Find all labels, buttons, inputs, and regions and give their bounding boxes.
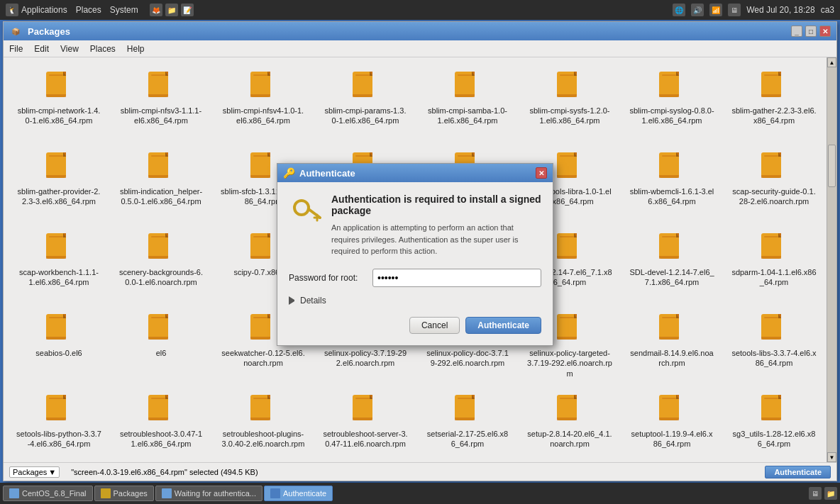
svg-rect-29 xyxy=(557,94,577,97)
auth-close-button[interactable]: ✕ xyxy=(536,167,547,179)
file-item[interactable]: sblim-gather-2.2.3-3.el6.x86_64.rpm xyxy=(724,63,824,141)
file-item[interactable]: sblim-cmpi-sysfs-1.2.0-1.el6.x86_64.rpm xyxy=(520,63,619,141)
file-item[interactable]: sblim-cmpi-network-1.4.0-1.el6.x86_64.rp… xyxy=(9,63,109,141)
file-item[interactable]: sblim-cmpi-params-1.3.0-1.el6.x86_64.rpm xyxy=(316,63,415,141)
scrollbar-thumb[interactable] xyxy=(828,145,836,187)
file-item[interactable]: sblim-cmpi-samba-1.0-1.el6.x86_64.rpm xyxy=(418,63,517,141)
taskbar-item-0[interactable]: CentOS_6.8_Final xyxy=(3,486,93,501)
menu-edit[interactable]: Edit xyxy=(34,44,49,54)
menu-help[interactable]: Help xyxy=(127,44,145,54)
menu-system[interactable]: System xyxy=(110,5,138,15)
taskbar-icon-2 xyxy=(162,488,172,498)
taskbar-right-icon-2[interactable]: 📁 xyxy=(824,487,837,500)
svg-rect-11 xyxy=(253,74,267,76)
svg-rect-31 xyxy=(662,74,676,76)
file-item[interactable]: sblim-cmpi-nfsv4-1.0-1.el6.x86_64.rpm xyxy=(214,63,313,141)
file-item[interactable]: sendmail-8.14.9.el6.noarch.rpm xyxy=(622,306,722,383)
file-item[interactable]: sg3_utils-1.28-12.el6.x86_64.rpm xyxy=(724,386,824,462)
details-label: Details xyxy=(300,296,326,306)
file-icon xyxy=(553,311,587,345)
menu-applications[interactable]: Applications xyxy=(21,5,67,15)
file-item[interactable]: SDL-devel-1.2.14-7.el6_7.1.x86_64.rpm xyxy=(622,225,722,303)
taskbar-item-2[interactable]: Waiting for authentica... xyxy=(155,486,262,501)
file-icon xyxy=(757,150,791,184)
menu-view[interactable]: View xyxy=(60,44,79,54)
file-item[interactable]: setserial-2.17-25.el6.x86_64.rpm xyxy=(418,386,517,462)
file-item[interactable]: setools-libs-3.3.7-4.el6.x86_64.rpm xyxy=(724,306,824,383)
window-title: Packages xyxy=(28,26,70,37)
file-item[interactable]: sblim-wbemcli-1.6.1-3.el6.x86_64.rpm xyxy=(622,144,722,222)
minimize-button[interactable]: _ xyxy=(791,26,802,37)
authenticate-status-button[interactable]: Authenticate xyxy=(765,466,831,478)
close-button[interactable]: ✕ xyxy=(819,26,831,37)
svg-rect-114 xyxy=(659,256,679,259)
file-item[interactable]: sblim-indication_helper-0.5.0-1.el6.x86_… xyxy=(111,144,211,222)
taskbar-right-icon-1[interactable]: 🖥 xyxy=(809,487,822,500)
svg-rect-41 xyxy=(49,155,63,157)
file-item[interactable]: scap-security-guide-0.1.28-2.el6.noarch.… xyxy=(724,144,824,222)
menu-file[interactable]: File xyxy=(9,44,23,54)
password-input[interactable] xyxy=(372,269,541,287)
file-item[interactable]: scenery-backgrounds-6.0.0-1.el6.noarch.r… xyxy=(111,225,211,303)
svg-rect-124 xyxy=(46,337,66,340)
file-item[interactable]: sblim-cmpi-nfsv3-1.1.1-el6.x86_64.rpm xyxy=(111,63,211,141)
svg-rect-131 xyxy=(253,317,267,318)
taskbar-label-1: Packages xyxy=(114,489,148,498)
file-label: seekwatcher-0.12-5.el6.noarch.rpm xyxy=(221,348,306,369)
svg-rect-179 xyxy=(353,418,372,420)
svg-rect-49 xyxy=(148,175,168,178)
file-label: scap-workbench-1.1.1-1.el6.x86_64.rpm xyxy=(16,267,101,288)
files-icon[interactable]: 📁 xyxy=(165,4,178,16)
file-item[interactable]: sdparm-1.04-1.1.el6.x86_64.rpm xyxy=(724,225,824,303)
taskbar-item-1[interactable]: Packages xyxy=(94,486,154,501)
file-item[interactable]: sblim-cmpi-syslog-0.8.0-1.el6.x86_64.rpm xyxy=(622,63,722,141)
file-icon xyxy=(42,311,76,345)
display-icon[interactable]: 🖥 xyxy=(728,4,741,16)
file-icon xyxy=(246,392,280,426)
scrollbar-up-button[interactable]: ▲ xyxy=(827,57,836,67)
network-icon[interactable]: 🌐 xyxy=(673,4,685,16)
file-item[interactable]: el6 xyxy=(111,306,211,383)
file-item[interactable]: setroubleshoot-plugins-3.0.40-2.el6.noar… xyxy=(214,386,313,462)
file-icon xyxy=(757,311,791,345)
file-item[interactable]: setup-2.8.14-20.el6_4.1.noarch.rpm xyxy=(520,386,619,462)
location-dropdown[interactable]: Packages ▼ xyxy=(9,466,60,478)
taskbar-item-3[interactable]: Authenticate xyxy=(264,486,333,501)
file-label: sblim-cmpi-nfsv4-1.0-1.el6.x86_64.rpm xyxy=(221,106,306,126)
file-label: sblim-wbemcli-1.6.1-3.el6.x86_64.rpm xyxy=(629,186,714,207)
svg-rect-34 xyxy=(659,94,679,97)
svg-rect-174 xyxy=(250,418,270,420)
svg-line-211 xyxy=(309,209,320,218)
svg-rect-116 xyxy=(764,236,778,237)
menu-places[interactable]: Places xyxy=(76,5,101,15)
svg-rect-4 xyxy=(46,94,66,97)
volume-icon[interactable]: 🔊 xyxy=(691,4,704,16)
file-icon xyxy=(348,392,382,426)
status-bar: Packages ▼ "screen-4.0.3-19.el6.x86_64.r… xyxy=(4,462,836,481)
scrollbar-track[interactable] xyxy=(827,67,836,452)
firefox-icon[interactable]: 🦊 xyxy=(150,4,162,16)
file-item[interactable]: setroubleshoot-server-3.0.47-11.el6.noar… xyxy=(316,386,415,462)
file-icon xyxy=(553,392,587,426)
file-label: setools-libs-python-3.3.7-4.el6.x86_64.r… xyxy=(16,429,101,449)
file-item[interactable]: scap-workbench-1.1.1-1.el6.x86_64.rpm xyxy=(9,225,109,303)
file-item[interactable]: setuptool-1.19.9-4.el6.x86_64.rpm xyxy=(622,386,722,462)
svg-rect-164 xyxy=(46,418,66,420)
window-controls: _ □ ✕ xyxy=(791,26,831,37)
menu-places[interactable]: Places xyxy=(90,44,116,54)
file-item[interactable]: setroubleshoot-3.0.47-11.el6.x86_64.rpm xyxy=(111,386,211,462)
file-item[interactable]: sblim-gather-provider-2.2.3-3.el6.x86_64… xyxy=(9,144,109,222)
file-item[interactable]: setools-libs-python-3.3.7-4.el6.x86_64.r… xyxy=(9,386,109,462)
authenticate-button[interactable]: Authenticate xyxy=(465,317,541,334)
scrollbar[interactable]: ▲ ▼ xyxy=(827,57,836,462)
bluetooth-icon[interactable]: 📶 xyxy=(709,4,722,16)
scrollbar-down-button[interactable]: ▼ xyxy=(827,452,836,462)
details-toggle[interactable]: Details xyxy=(289,296,541,306)
svg-rect-24 xyxy=(455,94,475,97)
text-editor-icon[interactable]: 📝 xyxy=(181,4,194,16)
maximize-button[interactable]: □ xyxy=(805,26,817,37)
cancel-button[interactable]: Cancel xyxy=(409,317,460,334)
file-label: sblim-cmpi-params-1.3.0-1.el6.x86_64.rpm xyxy=(323,106,408,126)
file-item[interactable]: seabios-0.el6 xyxy=(9,306,109,383)
auth-key-icon xyxy=(289,194,323,228)
